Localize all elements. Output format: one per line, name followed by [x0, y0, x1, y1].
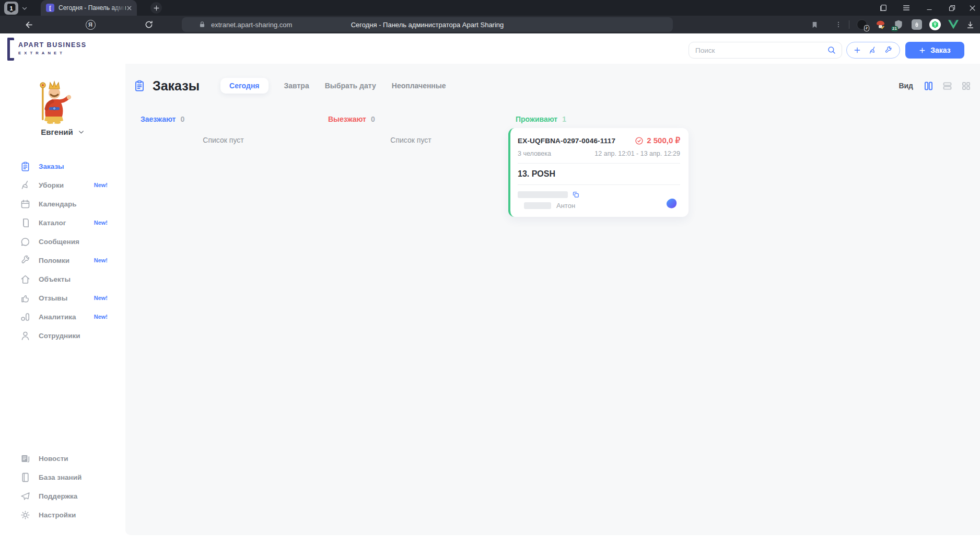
extension-mushroom[interactable]	[874, 19, 886, 30]
logo-line1: APART BUSINESS	[18, 41, 87, 49]
browser-tab[interactable]: [ Сегодня - Панель адми	[41, 0, 137, 16]
calendar-icon	[20, 199, 31, 210]
redacted-name	[524, 202, 551, 209]
sidebar-item-analytics[interactable]: Аналитика New!	[0, 307, 125, 326]
browser-tabstrip: 1 [ Сегодня - Панель адми	[0, 0, 980, 16]
yandex-home-button[interactable]: Я	[84, 18, 97, 31]
sidebar-item-settings[interactable]: Настройки	[0, 505, 125, 524]
tab-close-icon[interactable]	[126, 5, 133, 11]
extension-badge: 2	[864, 25, 869, 31]
workspace-icon: 1	[4, 2, 18, 15]
window-restore-button[interactable]	[943, 0, 961, 16]
extension-key[interactable]	[929, 19, 941, 30]
sidebar-item-reviews[interactable]: Отзывы New!	[0, 288, 125, 307]
view-columns-icon[interactable]	[923, 80, 934, 91]
sidebar-item-news[interactable]: Новости	[0, 449, 125, 468]
workspace-button[interactable]: 1	[4, 2, 31, 15]
toolbar-separator	[849, 20, 849, 29]
workspace-number: 1	[7, 4, 16, 13]
search-icon[interactable]	[827, 45, 836, 55]
tab-today[interactable]: Сегодня	[220, 78, 268, 94]
column-departures: Выезжают 0 Список пуст	[321, 115, 501, 217]
sidebar-item-breakdowns[interactable]: Поломки New!	[0, 251, 125, 270]
extension-dark-circle[interactable]: 2	[856, 19, 868, 30]
contact-name: Антон	[556, 202, 575, 210]
column-count: 0	[371, 115, 375, 123]
sidebar-item-orders[interactable]: Заказы	[0, 157, 125, 176]
search-input[interactable]	[689, 42, 842, 59]
chevron-down-icon	[78, 129, 85, 135]
column-count: 0	[180, 115, 184, 123]
user-name: Евгений	[41, 128, 73, 136]
extension-hand-cursor[interactable]	[911, 19, 923, 30]
tab-tomorrow[interactable]: Завтра	[284, 78, 309, 94]
extension-shield[interactable]: 21	[893, 19, 904, 30]
new-tab-button[interactable]	[150, 2, 162, 14]
sidebar-item-cleanings[interactable]: Уборки New!	[0, 176, 125, 194]
site-header: APART BUSINESS EXTRANET Заказ	[0, 33, 980, 64]
logo-bracket-icon	[7, 38, 14, 61]
user-menu[interactable]: Евгений	[0, 128, 125, 136]
date-tabs: Сегодня Завтра Выбрать дату Неоплаченные	[220, 78, 446, 94]
redacted-phone	[518, 191, 568, 198]
logo[interactable]: APART BUSINESS EXTRANET	[7, 38, 87, 61]
column-title: Выезжают	[328, 115, 366, 123]
yandex-icon: Я	[86, 20, 96, 30]
home-icon	[20, 274, 31, 285]
site-favicon: [	[46, 4, 54, 12]
sidebar-item-support[interactable]: Поддержка	[0, 487, 125, 505]
avatar[interactable]	[29, 78, 75, 129]
window-minimize-button[interactable]	[920, 0, 938, 16]
more-options-icon[interactable]	[835, 21, 842, 28]
window-close-button[interactable]	[963, 0, 980, 16]
view-rows-icon[interactable]	[942, 80, 953, 91]
quick-repair-icon[interactable]	[884, 46, 893, 55]
sidebar-item-knowledge-base[interactable]: База знаний	[0, 468, 125, 487]
sidebar-footer-menu: Новости База знаний Поддержка Настройки	[0, 449, 125, 524]
quick-add-icon[interactable]	[854, 47, 861, 54]
extension-badge: 21	[891, 26, 898, 31]
sidebar-item-calendar[interactable]: Календарь	[0, 194, 125, 213]
broom-icon	[20, 180, 31, 191]
address-bar[interactable]: extranet.apart-sharing.com Сегодня - Пан…	[182, 17, 673, 32]
tab-unpaid[interactable]: Неоплаченные	[392, 78, 446, 94]
knowledge-book-icon	[20, 472, 31, 483]
page-title-center: Сегодня - Панель администратора Apart Sh…	[182, 21, 673, 29]
downloads-icon[interactable]	[966, 20, 975, 29]
reload-button[interactable]	[142, 18, 156, 31]
orders-icon	[133, 79, 146, 92]
bookmark-flag-icon[interactable]	[811, 21, 819, 29]
sidebar: Евгений Заказы Уборки New! Календарь Кат…	[0, 64, 125, 543]
extension-vue[interactable]	[948, 19, 959, 30]
quick-cleaning-icon[interactable]	[868, 46, 877, 55]
sidebar-item-objects[interactable]: Объекты	[0, 270, 125, 288]
wrench-icon	[20, 255, 31, 266]
browser-menu-button[interactable]	[897, 0, 915, 16]
sidebar-item-catalog[interactable]: Каталог New!	[0, 213, 125, 232]
copy-icon[interactable]	[572, 191, 580, 199]
view-grid-icon[interactable]	[961, 80, 972, 91]
book-icon	[20, 217, 31, 228]
sidebar-item-staff[interactable]: Сотрудники	[0, 326, 125, 345]
channel-logo-icon	[664, 197, 678, 211]
order-id: EX-UQFBNA-0297-0046-1117	[518, 137, 615, 145]
card-divider	[518, 184, 680, 185]
side-panel-button[interactable]	[874, 0, 892, 16]
chevron-down-icon[interactable]	[21, 5, 28, 11]
column-count: 1	[562, 115, 566, 123]
order-card[interactable]: EX-UQFBNA-0297-0046-1117 2 500,0 ₽ 3 чел…	[508, 128, 689, 217]
view-label: Вид	[899, 82, 913, 90]
order-dates: 12 апр. 12:01 - 13 апр. 12:29	[594, 150, 680, 157]
new-order-button[interactable]: Заказ	[905, 42, 964, 59]
sidebar-item-messages[interactable]: Сообщения	[0, 232, 125, 251]
chart-icon	[20, 311, 31, 322]
back-button[interactable]	[22, 18, 36, 31]
tab-title-fade	[112, 0, 125, 16]
quick-actions-group	[846, 42, 900, 59]
column-staying: Проживают 1 EX-UQFBNA-0297-0046-1117 2 5…	[508, 115, 689, 217]
apartment-name: 13. POSH	[518, 169, 680, 179]
tab-pick-date[interactable]: Выбрать дату	[325, 78, 376, 94]
new-order-label: Заказ	[930, 46, 950, 54]
sidebar-menu: Заказы Уборки New! Календарь Каталог New…	[0, 157, 125, 345]
browser-toolbar: Я extranet.apart-sharing.com Сегодня - П…	[0, 16, 980, 33]
